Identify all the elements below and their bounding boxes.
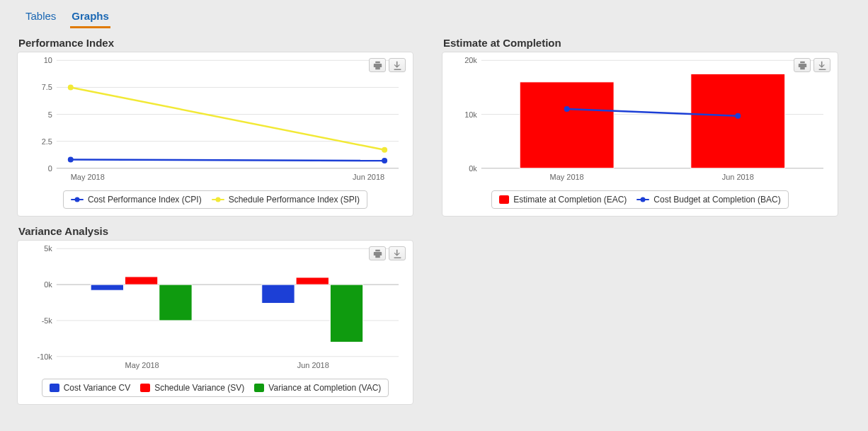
legend-swatch-bac xyxy=(636,199,649,200)
legend-performance: Cost Performance Index (CPI) Schedule Pe… xyxy=(63,190,367,209)
legend-label-bac: Cost Budget at Completion (BAC) xyxy=(653,195,780,205)
svg-rect-44 xyxy=(330,285,362,342)
legend-variance: Cost Variance CV Schedule Variance (SV) … xyxy=(42,379,389,397)
chart-eac: 0k10k20kMay 2018Jun 2018 xyxy=(450,57,830,184)
svg-text:5k: 5k xyxy=(44,245,52,253)
svg-text:-5k: -5k xyxy=(42,316,53,325)
svg-text:-10k: -10k xyxy=(38,352,53,361)
print-button[interactable] xyxy=(794,58,811,72)
svg-rect-41 xyxy=(125,277,157,285)
svg-point-13 xyxy=(68,84,74,90)
svg-point-27 xyxy=(735,113,741,119)
svg-text:0k: 0k xyxy=(44,280,52,289)
legend-label-eac: Estimate at Completion (EAC) xyxy=(513,195,627,205)
svg-text:10: 10 xyxy=(44,57,52,64)
svg-rect-43 xyxy=(159,285,192,321)
svg-text:Jun 2018: Jun 2018 xyxy=(353,173,384,181)
svg-rect-24 xyxy=(520,82,614,168)
svg-text:Jun 2018: Jun 2018 xyxy=(297,361,329,369)
legend-swatch-sv xyxy=(140,384,150,392)
chart-variance: -10k-5k0k5kMay 2018Jun 2018 xyxy=(25,245,406,372)
legend-label-cpi: Cost Performance Index (CPI) xyxy=(88,195,202,205)
print-icon xyxy=(798,61,807,70)
legend-label-cv: Cost Variance CV xyxy=(64,383,130,393)
legend-item-sv[interactable]: Schedule Variance (SV) xyxy=(140,383,244,393)
print-icon xyxy=(373,61,382,70)
tab-graphs[interactable]: Graphs xyxy=(70,7,110,28)
download-icon xyxy=(393,249,402,258)
tab-tables[interactable]: Tables xyxy=(24,7,57,28)
svg-text:0k: 0k xyxy=(469,164,477,173)
legend-swatch-vac xyxy=(254,384,264,392)
download-icon xyxy=(818,61,827,70)
svg-text:5: 5 xyxy=(48,110,52,119)
svg-rect-39 xyxy=(91,285,123,290)
print-button[interactable] xyxy=(369,58,386,72)
card-variance: -10k-5k0k5kMay 2018Jun 2018 Cost Varianc… xyxy=(17,240,413,405)
svg-rect-42 xyxy=(296,277,329,285)
svg-text:20k: 20k xyxy=(464,57,477,64)
download-icon xyxy=(393,61,402,70)
legend-item-eac[interactable]: Estimate at Completion (EAC) xyxy=(499,195,627,205)
svg-point-12 xyxy=(382,158,387,163)
legend-item-vac[interactable]: Variance at Completion (VAC) xyxy=(254,383,381,393)
svg-text:May 2018: May 2018 xyxy=(550,173,584,181)
svg-text:May 2018: May 2018 xyxy=(71,173,105,181)
legend-eac: Estimate at Completion (EAC) Cost Budget… xyxy=(491,190,788,209)
legend-item-cpi[interactable]: Cost Performance Index (CPI) xyxy=(71,195,202,205)
legend-swatch-cpi xyxy=(71,199,84,200)
print-button[interactable] xyxy=(369,246,386,260)
chart-performance: 02.557.510May 2018Jun 2018 xyxy=(25,57,406,184)
svg-rect-25 xyxy=(691,74,785,168)
legend-swatch-eac xyxy=(499,195,509,204)
svg-text:Jun 2018: Jun 2018 xyxy=(722,173,754,181)
download-button[interactable] xyxy=(389,246,406,260)
legend-label-spi: Schedule Performance Index (SPI) xyxy=(229,195,360,205)
print-icon xyxy=(373,249,382,258)
panel-title-performance: Performance Index xyxy=(18,37,413,49)
svg-point-26 xyxy=(564,106,570,112)
legend-swatch-spi xyxy=(212,199,224,200)
legend-label-sv: Schedule Variance (SV) xyxy=(154,383,244,393)
download-button[interactable] xyxy=(389,58,406,72)
svg-text:2.5: 2.5 xyxy=(42,137,52,146)
download-button[interactable] xyxy=(813,58,830,72)
panel-title-eac: Estimate at Completion xyxy=(443,37,838,49)
card-eac: 0k10k20kMay 2018Jun 2018 Estimate at Com… xyxy=(442,52,838,217)
svg-text:10k: 10k xyxy=(464,110,477,119)
svg-text:7.5: 7.5 xyxy=(42,83,52,91)
svg-point-11 xyxy=(68,157,74,163)
legend-item-cv[interactable]: Cost Variance CV xyxy=(50,383,130,393)
svg-point-14 xyxy=(382,147,387,153)
legend-label-vac: Variance at Completion (VAC) xyxy=(268,383,381,393)
legend-swatch-cv xyxy=(50,384,59,392)
legend-item-spi[interactable]: Schedule Performance Index (SPI) xyxy=(212,195,360,205)
card-performance-index: 02.557.510May 2018Jun 2018 Cost Performa… xyxy=(17,52,413,217)
legend-item-bac[interactable]: Cost Budget at Completion (BAC) xyxy=(636,195,780,205)
svg-rect-40 xyxy=(262,285,295,303)
panel-title-variance: Variance Analysis xyxy=(18,225,413,237)
svg-text:May 2018: May 2018 xyxy=(125,361,159,369)
svg-text:0: 0 xyxy=(48,164,52,173)
tabs-bar: Tables Graphs xyxy=(17,6,851,28)
